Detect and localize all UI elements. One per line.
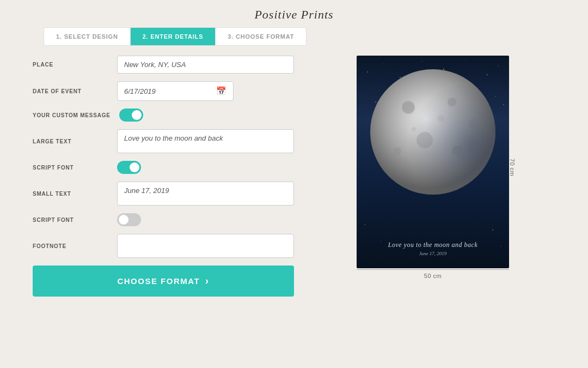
svg-point-15 xyxy=(501,246,501,247)
dimension-line-bottom xyxy=(357,269,509,270)
steps-nav: 1. SELECT DESIGN 2. ENTER DETAILS 3. CHO… xyxy=(44,27,307,46)
large-text-label: LARGE TEXT xyxy=(33,138,117,144)
poster-text-area: Love you to the moon and back June 17, 2… xyxy=(388,241,477,256)
step-choose-format[interactable]: 3. CHOOSE FORMAT xyxy=(216,28,306,45)
script-font-1-row: SCRIPT FONT xyxy=(33,161,294,174)
svg-point-11 xyxy=(503,104,504,105)
poster-small-text: June 17, 2019 xyxy=(388,251,477,256)
poster-large-text: Love you to the moon and back xyxy=(388,241,477,249)
svg-point-27 xyxy=(370,69,495,195)
script-font-2-label: SCRIPT FONT xyxy=(33,217,117,223)
place-label: PLACE xyxy=(33,62,117,68)
date-input[interactable] xyxy=(124,87,216,95)
script-font-1-toggle[interactable] xyxy=(117,161,141,174)
small-text-label: SMALL TEXT xyxy=(33,191,117,197)
script-font-1-label: SCRIPT FONT xyxy=(33,165,117,171)
moon-graphic xyxy=(365,64,501,200)
svg-point-12 xyxy=(364,224,365,225)
poster-wrap: Love you to the moon and back June 17, 2… xyxy=(357,56,509,279)
small-text-row: SMALL TEXT June 17, 2019 xyxy=(33,182,294,206)
svg-point-5 xyxy=(465,60,466,61)
step-enter-details[interactable]: 2. ENTER DETAILS xyxy=(131,28,216,45)
footnote-label: FOOTNOTE xyxy=(33,243,117,249)
script-font-2-toggle[interactable] xyxy=(117,213,141,226)
svg-point-13 xyxy=(381,241,382,242)
custom-message-toggle-slider xyxy=(119,108,143,122)
custom-message-row: YOUR CUSTOM MESSAGE xyxy=(33,108,294,122)
svg-point-14 xyxy=(492,230,493,231)
left-panel: PLACE DATE OF EVENT 📅 YOUR CUSTOM MESSAG… xyxy=(33,56,294,368)
choose-format-arrow: › xyxy=(205,275,210,287)
custom-message-toggle[interactable] xyxy=(119,108,143,122)
header: Positive Prints xyxy=(0,0,588,27)
svg-point-8 xyxy=(362,94,363,94)
small-text-input[interactable]: June 17, 2019 xyxy=(117,182,294,206)
choose-format-label: CHOOSE FORMAT xyxy=(117,276,200,286)
large-text-row: LARGE TEXT Love you to the moon and back xyxy=(33,129,294,153)
large-text-input[interactable]: Love you to the moon and back xyxy=(117,129,294,153)
script-font-2-slider xyxy=(117,213,141,226)
brand-logo: Positive Prints xyxy=(254,8,333,21)
script-font-2-row: SCRIPT FONT xyxy=(33,213,294,226)
main-content: PLACE DATE OF EVENT 📅 YOUR CUSTOM MESSAG… xyxy=(0,56,588,368)
custom-message-label: YOUR CUSTOM MESSAGE xyxy=(33,112,111,118)
footnote-row: FOOTNOTE xyxy=(33,234,294,258)
right-panel: Love you to the moon and back June 17, 2… xyxy=(310,56,555,368)
dimension-width: 50 cm xyxy=(424,273,442,279)
script-font-1-slider xyxy=(117,161,141,174)
choose-format-button[interactable]: CHOOSE FORMAT › xyxy=(33,266,294,297)
calendar-icon[interactable]: 📅 xyxy=(216,86,226,96)
svg-point-3 xyxy=(421,61,422,61)
footnote-input[interactable] xyxy=(117,234,294,258)
date-row: DATE OF EVENT 📅 xyxy=(33,81,294,101)
dimension-height: 70 cm xyxy=(509,159,516,176)
step-select-design[interactable]: 1. SELECT DESIGN xyxy=(44,28,131,45)
place-row: PLACE xyxy=(33,56,294,74)
place-input[interactable] xyxy=(117,56,294,74)
date-input-wrap[interactable]: 📅 xyxy=(117,81,234,101)
poster-preview: Love you to the moon and back June 17, 2… xyxy=(357,56,509,268)
date-label: DATE OF EVENT xyxy=(33,88,117,94)
